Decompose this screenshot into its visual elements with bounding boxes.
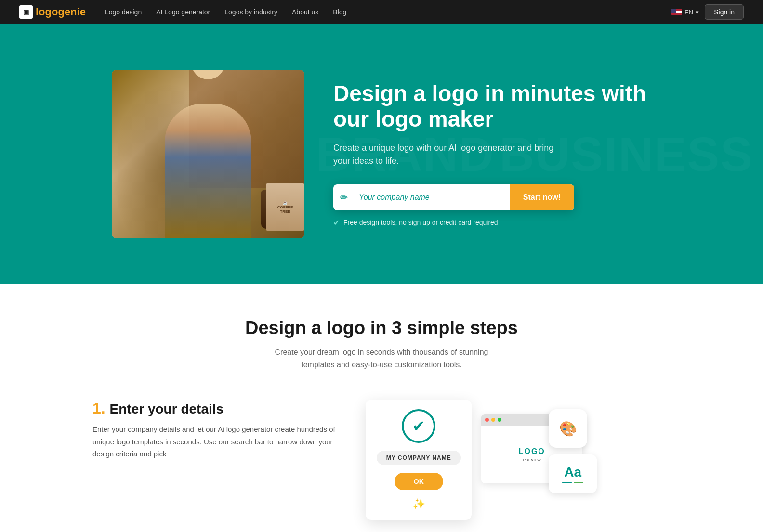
mock-ok-button[interactable]: OK: [395, 473, 443, 490]
hero-note: ✔ Free design tools, no sign up or credi…: [333, 218, 651, 227]
mock-color-swatches: [562, 482, 583, 483]
start-now-button[interactable]: Start now!: [510, 184, 574, 210]
nav-link-about[interactable]: About us: [292, 8, 318, 16]
swatch-green: [574, 482, 583, 483]
hero-subtitle: Create a unique logo with our AI logo ge…: [333, 142, 565, 168]
coffee-bag: ☕COFFEETREE: [266, 183, 304, 231]
step-1-number: 1. Enter your details: [92, 400, 346, 417]
steps-section: Design a logo in 3 simple steps Create y…: [0, 284, 763, 532]
mock-check-circle: ✔: [402, 409, 435, 443]
hero-text-block: Design a logo in minutes with our logo m…: [333, 81, 651, 227]
steps-title: Design a logo in 3 simple steps: [19, 318, 744, 338]
chevron-down-icon: ▾: [696, 9, 699, 16]
nav-link-logos-by-industry[interactable]: Logos by industry: [224, 8, 277, 16]
person-silhouette: [165, 104, 251, 238]
navbar: ▣ logogenie Logo design AI Logo generato…: [0, 0, 763, 24]
hero-section: BRANDBUSINESS ☕COFFEETREE Design a logo …: [0, 24, 763, 284]
nav-link-blog[interactable]: Blog: [333, 8, 346, 16]
steps-subtitle: Create your dream logo in seconds with t…: [261, 346, 502, 371]
hero-placeholder-image: ☕COFFEETREE: [112, 70, 304, 238]
swatch-teal: [562, 482, 572, 483]
lang-label: EN: [684, 9, 693, 16]
mock-dot-green: [498, 418, 501, 422]
steps-grid: 1. Enter your details Enter your company…: [92, 400, 671, 520]
pencil-icon: ✏: [333, 192, 355, 203]
mock-company-name-label: MY COMPANY NAME: [377, 451, 461, 465]
brush-icon: 🎨: [559, 420, 577, 437]
logo-icon: ▣: [19, 5, 33, 19]
step-1-text: 1. Enter your details Enter your company…: [92, 400, 346, 460]
company-name-form: ✏ Start now!: [333, 184, 574, 210]
logo-text: logogenie: [36, 6, 86, 18]
nav-link-ai-logo[interactable]: AI Logo generator: [156, 8, 210, 16]
mock-font-card: Aa: [549, 454, 597, 493]
nav-links: Logo design AI Logo generator Logos by i…: [105, 8, 671, 16]
hero-image: ☕COFFEETREE: [112, 70, 304, 238]
step-1-visuals: ✔ MY COMPANY NAME OK ✨ 🎨: [366, 400, 671, 520]
logo[interactable]: ▣ logogenie: [19, 5, 86, 19]
hero-content: ☕COFFEETREE Design a logo in minutes wit…: [92, 41, 671, 267]
step-1-heading: Enter your details: [110, 402, 224, 416]
language-selector[interactable]: EN ▾: [671, 9, 699, 16]
font-aa-label: Aa: [564, 465, 581, 480]
nav-right: EN ▾ Sign in: [671, 4, 744, 20]
company-name-input[interactable]: [355, 184, 510, 210]
mock-brush-card: 🎨: [549, 409, 587, 448]
check-icon: ✔: [333, 218, 340, 227]
mock-dot-red: [485, 418, 489, 422]
step-1-description: Enter your company details and let our A…: [92, 423, 346, 460]
nav-link-logo-design[interactable]: Logo design: [105, 8, 142, 16]
hero-title: Design a logo in minutes with our logo m…: [333, 81, 651, 132]
mock-secondary-group: 🎨 LOGO PREVIEW: [481, 414, 582, 483]
mock-card-main: ✔ MY COMPANY NAME OK ✨: [366, 400, 472, 520]
sign-in-button[interactable]: Sign in: [705, 4, 744, 20]
sparkle-icon: ✨: [412, 498, 425, 510]
mock-dot-yellow: [491, 418, 495, 422]
flag-icon: [671, 9, 682, 15]
check-circle-icon: ✔: [412, 417, 425, 435]
mock-screen-logo-preview: LOGO PREVIEW: [519, 447, 545, 462]
